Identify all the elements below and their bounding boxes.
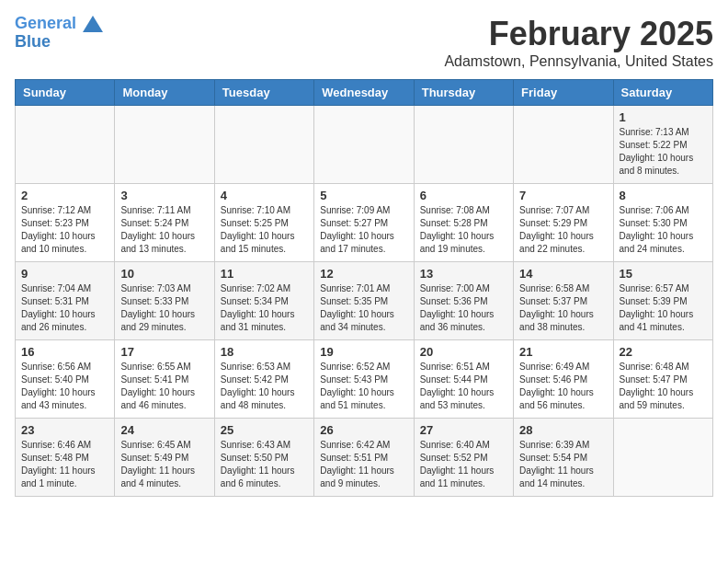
calendar-cell: 28Sunrise: 6:39 AM Sunset: 5:54 PM Dayli… — [514, 419, 613, 497]
logo: General Blue — [15, 15, 103, 52]
day-info: Sunrise: 7:09 AM Sunset: 5:27 PM Dayligh… — [320, 204, 407, 256]
calendar-cell: 9Sunrise: 7:04 AM Sunset: 5:31 PM Daylig… — [16, 262, 115, 340]
calendar-cell: 23Sunrise: 6:46 AM Sunset: 5:48 PM Dayli… — [16, 419, 115, 497]
logo-text-blue: Blue — [15, 33, 103, 52]
calendar-cell: 27Sunrise: 6:40 AM Sunset: 5:52 PM Dayli… — [414, 419, 513, 497]
day-number: 17 — [120, 345, 208, 359]
day-info: Sunrise: 6:45 AM Sunset: 5:49 PM Dayligh… — [120, 439, 208, 490]
day-number: 11 — [221, 267, 308, 281]
day-info: Sunrise: 6:53 AM Sunset: 5:42 PM Dayligh… — [221, 361, 308, 412]
calendar-cell: 7Sunrise: 7:07 AM Sunset: 5:29 PM Daylig… — [514, 184, 613, 262]
calendar-cell: 22Sunrise: 6:48 AM Sunset: 5:47 PM Dayli… — [613, 340, 712, 419]
day-number: 22 — [620, 345, 707, 359]
calendar-cell: 5Sunrise: 7:09 AM Sunset: 5:27 PM Daylig… — [314, 184, 414, 262]
day-number: 7 — [519, 189, 607, 202]
day-info: Sunrise: 6:49 AM Sunset: 5:46 PM Dayligh… — [519, 361, 607, 412]
day-info: Sunrise: 6:51 AM Sunset: 5:44 PM Dayligh… — [420, 361, 507, 412]
calendar-cell: 2Sunrise: 7:12 AM Sunset: 5:23 PM Daylig… — [16, 184, 115, 262]
day-info: Sunrise: 6:58 AM Sunset: 5:37 PM Dayligh… — [519, 282, 607, 334]
day-header-saturday: Saturday — [613, 80, 712, 106]
calendar-cell: 24Sunrise: 6:45 AM Sunset: 5:49 PM Dayli… — [115, 419, 214, 497]
calendar-cell: 20Sunrise: 6:51 AM Sunset: 5:44 PM Dayli… — [414, 340, 513, 419]
day-info: Sunrise: 7:11 AM Sunset: 5:24 PM Dayligh… — [120, 204, 208, 256]
day-number: 1 — [620, 110, 707, 124]
calendar-cell: 17Sunrise: 6:55 AM Sunset: 5:41 PM Dayli… — [115, 340, 214, 419]
calendar-cell: 26Sunrise: 6:42 AM Sunset: 5:51 PM Dayli… — [314, 419, 414, 497]
day-number: 19 — [320, 345, 407, 359]
day-number: 25 — [221, 423, 308, 437]
day-info: Sunrise: 7:13 AM Sunset: 5:22 PM Dayligh… — [620, 126, 707, 178]
day-number: 9 — [21, 267, 108, 281]
calendar-cell: 14Sunrise: 6:58 AM Sunset: 5:37 PM Dayli… — [514, 262, 613, 340]
day-info: Sunrise: 6:48 AM Sunset: 5:47 PM Dayligh… — [620, 361, 707, 412]
calendar-cell: 3Sunrise: 7:11 AM Sunset: 5:24 PM Daylig… — [115, 184, 214, 262]
day-number: 4 — [221, 189, 308, 202]
day-number: 27 — [420, 423, 507, 437]
calendar-cell: 15Sunrise: 6:57 AM Sunset: 5:39 PM Dayli… — [613, 262, 712, 340]
day-header-tuesday: Tuesday — [214, 80, 313, 106]
day-info: Sunrise: 7:04 AM Sunset: 5:31 PM Dayligh… — [21, 282, 108, 334]
calendar-cell — [613, 419, 712, 497]
day-number: 23 — [21, 423, 108, 437]
day-info: Sunrise: 6:52 AM Sunset: 5:43 PM Dayligh… — [320, 361, 407, 412]
day-info: Sunrise: 7:03 AM Sunset: 5:33 PM Dayligh… — [120, 282, 208, 334]
calendar-cell — [514, 106, 613, 184]
day-number: 28 — [519, 423, 607, 437]
day-info: Sunrise: 6:42 AM Sunset: 5:51 PM Dayligh… — [320, 439, 407, 490]
day-number: 6 — [420, 189, 507, 202]
day-number: 2 — [21, 189, 108, 202]
day-header-sunday: Sunday — [16, 80, 115, 106]
day-header-thursday: Thursday — [414, 80, 513, 106]
title-block: February 2025 Adamstown, Pennsylvania, U… — [444, 15, 713, 70]
calendar-week-row: 16Sunrise: 6:56 AM Sunset: 5:40 PM Dayli… — [16, 340, 713, 419]
day-header-monday: Monday — [115, 80, 214, 106]
calendar-cell: 4Sunrise: 7:10 AM Sunset: 5:25 PM Daylig… — [214, 184, 313, 262]
calendar-cell — [115, 106, 214, 184]
day-info: Sunrise: 6:40 AM Sunset: 5:52 PM Dayligh… — [420, 439, 507, 490]
day-info: Sunrise: 6:43 AM Sunset: 5:50 PM Dayligh… — [221, 439, 308, 490]
day-info: Sunrise: 7:12 AM Sunset: 5:23 PM Dayligh… — [21, 204, 108, 256]
day-info: Sunrise: 7:10 AM Sunset: 5:25 PM Dayligh… — [221, 204, 308, 256]
calendar-week-row: 23Sunrise: 6:46 AM Sunset: 5:48 PM Dayli… — [16, 419, 713, 497]
calendar-cell: 18Sunrise: 6:53 AM Sunset: 5:42 PM Dayli… — [214, 340, 313, 419]
day-info: Sunrise: 7:08 AM Sunset: 5:28 PM Dayligh… — [420, 204, 507, 256]
calendar-week-row: 2Sunrise: 7:12 AM Sunset: 5:23 PM Daylig… — [16, 184, 713, 262]
calendar-cell — [414, 106, 513, 184]
day-info: Sunrise: 7:02 AM Sunset: 5:34 PM Dayligh… — [221, 282, 308, 334]
day-number: 8 — [620, 189, 707, 202]
day-number: 13 — [420, 267, 507, 281]
calendar-cell: 1Sunrise: 7:13 AM Sunset: 5:22 PM Daylig… — [613, 106, 712, 184]
day-info: Sunrise: 6:39 AM Sunset: 5:54 PM Dayligh… — [519, 439, 607, 490]
day-info: Sunrise: 6:56 AM Sunset: 5:40 PM Dayligh… — [21, 361, 108, 412]
day-number: 12 — [320, 267, 407, 281]
logo-icon — [83, 16, 103, 32]
calendar-cell: 10Sunrise: 7:03 AM Sunset: 5:33 PM Dayli… — [115, 262, 214, 340]
day-info: Sunrise: 6:57 AM Sunset: 5:39 PM Dayligh… — [620, 282, 707, 334]
day-number: 3 — [120, 189, 208, 202]
day-info: Sunrise: 7:06 AM Sunset: 5:30 PM Dayligh… — [620, 204, 707, 256]
month-title: February 2025 — [444, 15, 713, 53]
day-info: Sunrise: 6:55 AM Sunset: 5:41 PM Dayligh… — [120, 361, 208, 412]
day-info: Sunrise: 6:46 AM Sunset: 5:48 PM Dayligh… — [21, 439, 108, 490]
day-number: 24 — [120, 423, 208, 437]
day-number: 16 — [21, 345, 108, 359]
calendar-cell: 11Sunrise: 7:02 AM Sunset: 5:34 PM Dayli… — [214, 262, 313, 340]
calendar-header-row: SundayMondayTuesdayWednesdayThursdayFrid… — [16, 80, 713, 106]
location-subtitle: Adamstown, Pennsylvania, United States — [444, 53, 713, 70]
calendar-cell: 25Sunrise: 6:43 AM Sunset: 5:50 PM Dayli… — [214, 419, 313, 497]
calendar-cell: 13Sunrise: 7:00 AM Sunset: 5:36 PM Dayli… — [414, 262, 513, 340]
logo-text-general: General — [15, 14, 76, 32]
calendar-cell: 12Sunrise: 7:01 AM Sunset: 5:35 PM Dayli… — [314, 262, 414, 340]
day-number: 18 — [221, 345, 308, 359]
day-number: 21 — [519, 345, 607, 359]
calendar-cell: 16Sunrise: 6:56 AM Sunset: 5:40 PM Dayli… — [16, 340, 115, 419]
svg-marker-0 — [83, 16, 103, 32]
day-info: Sunrise: 7:01 AM Sunset: 5:35 PM Dayligh… — [320, 282, 407, 334]
day-number: 26 — [320, 423, 407, 437]
calendar-cell: 6Sunrise: 7:08 AM Sunset: 5:28 PM Daylig… — [414, 184, 513, 262]
day-info: Sunrise: 7:07 AM Sunset: 5:29 PM Dayligh… — [519, 204, 607, 256]
day-number: 5 — [320, 189, 407, 202]
day-info: Sunrise: 7:00 AM Sunset: 5:36 PM Dayligh… — [420, 282, 507, 334]
day-header-friday: Friday — [514, 80, 613, 106]
calendar-cell — [16, 106, 115, 184]
